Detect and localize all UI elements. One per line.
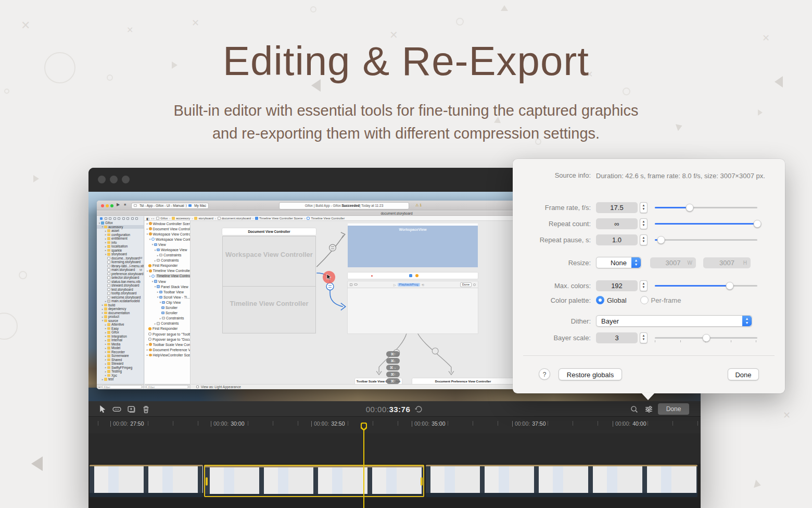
file-tree-row[interactable]: ▸Integration	[97, 334, 144, 339]
slider-knob[interactable]	[726, 282, 733, 290]
file-tree-row[interactable]: licensing.storyboard	[97, 260, 144, 264]
file-tree-row[interactable]: ▸Internal	[97, 338, 144, 342]
repeat-pause-slider[interactable]	[655, 234, 757, 245]
file-tree-row[interactable]: ▸info	[97, 241, 144, 245]
file-tree-row[interactable]: ▾Gifox	[97, 221, 144, 225]
outline-row[interactable]: ▸Toolbar View	[145, 289, 190, 294]
timeline-ruler[interactable]: 00:00:27:5000:00:30:0000:00:32:5000:00:3…	[88, 417, 701, 433]
file-tree-row[interactable]: ▸Attentive	[97, 323, 144, 327]
outline-row[interactable]: Popover segue to "Toolba...	[145, 331, 190, 337]
zoom-search-button[interactable]	[630, 405, 639, 414]
file-tree-row[interactable]: ▸entitlement	[97, 237, 144, 241]
file-tree-row[interactable]: ▸sparkle	[97, 249, 144, 253]
ruler-label[interactable]: 00:00:30:00	[211, 420, 244, 427]
loop-icon[interactable]	[414, 405, 423, 414]
repeat-count-stepper[interactable]: ▲▼	[640, 218, 648, 229]
add-icon[interactable]: +	[98, 386, 100, 389]
file-tree-row[interactable]: ▸asset	[97, 229, 144, 233]
resize-select[interactable]: None ▲▼	[596, 257, 641, 268]
bayer-scale-field[interactable]: 3	[596, 332, 638, 343]
view-as-label[interactable]: View as: Light Appearance	[201, 385, 241, 389]
global-radio[interactable]	[596, 296, 604, 304]
repeat-count-slider[interactable]	[655, 218, 757, 229]
file-tree-row[interactable]: main.storyboardM	[97, 268, 144, 272]
file-tree-row[interactable]: ▾storyboard	[97, 252, 144, 256]
file-tree-row[interactable]: steward.storyboard	[97, 283, 144, 288]
global-radio-label[interactable]: Global	[607, 296, 627, 304]
dither-select[interactable]: Bayer ▲▼	[596, 315, 752, 327]
timeline-clip[interactable]	[90, 465, 203, 497]
outline-row[interactable]: Scroller	[145, 305, 190, 311]
outline-row[interactable]: ▸Constraints	[145, 258, 190, 263]
file-tree-row[interactable]: ▸Shared	[97, 358, 144, 362]
xcode-close-button[interactable]	[101, 204, 104, 207]
file-tree-row[interactable]: ▸localisation	[97, 244, 144, 249]
file-tree-row[interactable]: ▸Xpc	[97, 374, 144, 378]
bayer-scale-slider[interactable]	[655, 332, 757, 343]
issue-navigator-icon[interactable]	[118, 217, 120, 220]
slider-knob[interactable]	[686, 204, 693, 212]
file-tree-row[interactable]: ▾source	[97, 319, 144, 323]
outline-filter-field[interactable]: Filter	[146, 385, 188, 389]
traffic-light-zoom[interactable]	[122, 176, 130, 183]
navigator-filter-field[interactable]: Filter	[102, 385, 142, 389]
source-control-icon[interactable]	[105, 217, 107, 220]
xcode-warning-badge[interactable]: ⚠ 1	[415, 203, 422, 207]
file-tree-row[interactable]: welcome.storyboard	[97, 295, 144, 300]
popover-done-button[interactable]: Done	[728, 368, 759, 380]
traffic-light-close[interactable]	[98, 176, 106, 183]
breadcrumb-item[interactable]: Timeline View Controller Scene	[251, 217, 302, 220]
file-tree-row[interactable]: ▸main.xcdatamodeld	[97, 299, 144, 303]
frame-rate-field[interactable]: 17.5	[596, 202, 638, 213]
keystroke-badge[interactable]: ⌘↑	[386, 371, 400, 377]
outline-row[interactable]: First Responder	[145, 263, 190, 268]
max-colors-field[interactable]: 192	[596, 280, 638, 291]
xcode-minimize-button[interactable]	[106, 204, 109, 207]
breadcrumb-item[interactable]: document.storyboard	[213, 217, 251, 220]
outline-row[interactable]: ▸Constraints	[145, 253, 190, 258]
frame-rate-stepper[interactable]: ▲▼	[640, 202, 648, 213]
playhead-line[interactable]	[363, 430, 364, 508]
outline-row[interactable]: ▸Document Preference View...	[145, 347, 190, 352]
bayer-scale-stepper[interactable]: ▲▼	[640, 332, 648, 343]
timeline-clip-selected[interactable]	[204, 465, 424, 497]
breakpoint-navigator-icon[interactable]	[131, 217, 134, 220]
outline-row[interactable]: ▸Toolbar Scale View Controll...	[145, 342, 190, 347]
file-tree-row[interactable]: ▸test	[97, 377, 144, 381]
timeline-done-button[interactable]: Done	[658, 403, 689, 415]
outline-row[interactable]: ▾Timeline View Controller Sc...	[145, 268, 190, 274]
file-tree-row[interactable]: ▸Recorder	[97, 350, 144, 354]
back-forward-icons[interactable]: ‹ ›	[151, 217, 155, 220]
ruler-label[interactable]: 00:00:32:50	[311, 420, 345, 427]
file-tree-row[interactable]: library-tabl...l-menu.xib	[97, 264, 144, 268]
file-tree-row[interactable]: ▸Testing	[97, 369, 144, 374]
file-tree-row[interactable]: ▸documentation	[97, 311, 144, 315]
xcode-run-button[interactable]: ▶	[117, 202, 120, 207]
keystroke-badge[interactable]: ⌘↓	[386, 358, 400, 364]
ruler-label[interactable]: 00:00:35:00	[412, 420, 445, 427]
xcode-stop-button[interactable]: ■	[124, 203, 126, 206]
timeline-track-area[interactable]	[88, 433, 701, 464]
ruler-label[interactable]: 00:00:37:50	[512, 420, 545, 427]
file-tree-row[interactable]: ▸Gifox	[97, 330, 144, 334]
xcode-tab-label[interactable]: document.storyboard	[380, 212, 412, 215]
find-navigator-icon[interactable]	[113, 217, 116, 220]
repeat-count-field[interactable]: ∞	[596, 218, 638, 229]
xcode-zoom-button[interactable]	[110, 204, 113, 207]
outline-row[interactable]: ▾Workspace View Controller...	[145, 231, 190, 237]
outline-row[interactable]: ▸Window Controller Scene	[145, 221, 190, 226]
appearance-checkbox[interactable]	[196, 386, 199, 388]
outline-row[interactable]: First Responder	[145, 326, 190, 331]
breadcrumb-item[interactable]: storyboard	[190, 217, 213, 220]
file-tree-row[interactable]: ▸dependency	[97, 307, 144, 311]
file-tree-row[interactable]: ▸build	[97, 303, 144, 307]
file-tree-row[interactable]: ▸product	[97, 315, 144, 319]
file-tree-row[interactable]: ▸Easy	[97, 327, 144, 331]
help-button[interactable]: ?	[539, 368, 550, 380]
file-tree-row[interactable]: ▸Media	[97, 342, 144, 346]
breadcrumb-item[interactable]: Timeline View Controller	[302, 217, 345, 220]
ruler-label[interactable]: 00:00:40:00	[613, 420, 646, 427]
slider-knob[interactable]	[657, 236, 665, 244]
outline-row[interactable]: ▸Document View Controller...	[145, 226, 190, 231]
timeline-clip[interactable]	[426, 465, 697, 497]
